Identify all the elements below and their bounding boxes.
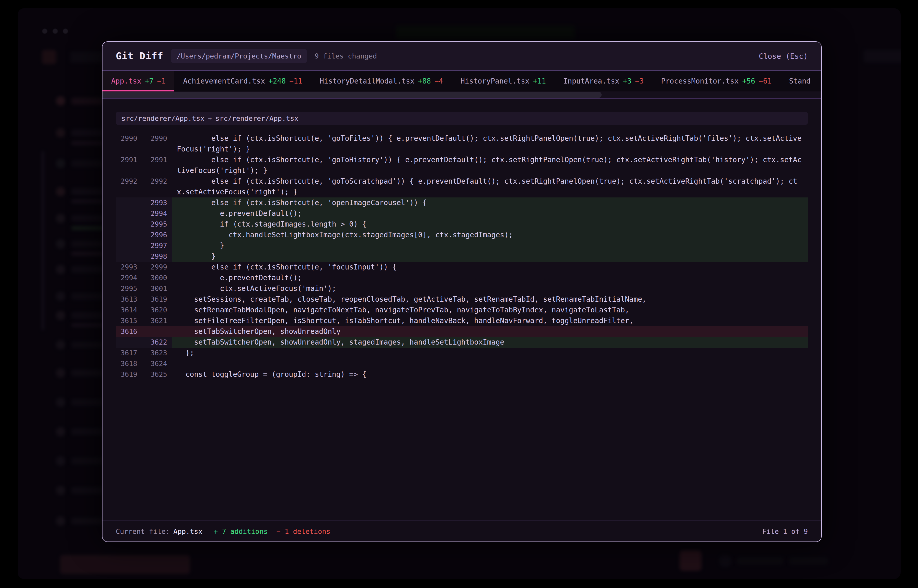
footer-additions: + 7 additions — [214, 527, 267, 535]
new-line-number: 3000 — [142, 273, 172, 283]
tab-deletions: −3 — [635, 77, 644, 85]
old-line-number — [116, 241, 142, 251]
diff-row: 36193625 const toggleGroup = (groupId: s… — [116, 369, 808, 380]
tab-file-name: Stand — [789, 77, 810, 85]
diff-row: 2993 else if (ctx.isShortcut(e, 'openIma… — [116, 197, 808, 208]
tab-HistoryPanel.tsx[interactable]: HistoryPanel.tsx+11 — [452, 71, 555, 91]
footer-deletions: − 1 deletions — [276, 527, 330, 535]
tab-file-name: ProcessMonitor.tsx — [661, 77, 738, 85]
old-line-number — [116, 219, 142, 229]
code-line: }; — [172, 347, 808, 359]
diff-row: 29932999 else if (ctx.isShortcut(e, 'foc… — [116, 262, 808, 273]
old-line-number: 2995 — [116, 283, 142, 294]
diff-row: 2994 e.preventDefault(); — [116, 208, 808, 219]
files-changed-count: 9 files changed — [315, 52, 377, 60]
tab-additions: +7 — [145, 77, 154, 85]
new-line-number: 3620 — [142, 305, 172, 315]
diff-content: src/renderer/App.tsx → src/renderer/App.… — [102, 99, 821, 520]
tab-Stand[interactable]: Stand — [780, 71, 819, 91]
new-line-number: 2990 — [142, 133, 172, 155]
old-line-number: 3615 — [116, 315, 142, 326]
new-line-number — [142, 326, 172, 337]
new-line-number: 2991 — [142, 155, 172, 176]
file-position-indicator: File 1 of 9 — [762, 527, 808, 535]
new-line-number: 3621 — [142, 315, 172, 326]
diff-row: 29902990 else if (ctx.isShortcut(e, 'goT… — [116, 133, 808, 155]
file-path-header: src/renderer/App.tsx → src/renderer/App.… — [116, 111, 808, 125]
code-line: else if (ctx.isShortcut(e, 'goToScratchp… — [172, 176, 808, 197]
old-line-number — [116, 197, 142, 208]
diff-row: 3616 setTabSwitcherOpen, showUnreadOnly — [116, 326, 808, 337]
old-line-number: 3614 — [116, 305, 142, 315]
file-tabs: App.tsx+7−1AchievementCard.tsx+248−11His… — [102, 71, 821, 91]
tab-file-name: InputArea.tsx — [563, 77, 619, 85]
new-line-number: 3001 — [142, 283, 172, 294]
tab-App.tsx[interactable]: App.tsx+7−1 — [102, 71, 174, 91]
tab-HistoryDetailModal.tsx[interactable]: HistoryDetailModal.tsx+88−4 — [311, 71, 452, 91]
new-line-number: 2999 — [142, 262, 172, 273]
new-line-number: 3619 — [142, 294, 172, 305]
file-tabstrip: App.tsx+7−1AchievementCard.tsx+248−11His… — [102, 71, 821, 99]
tab-additions: +88 — [418, 77, 431, 85]
code-line: else if (ctx.isShortcut(e, 'focusInput')… — [172, 262, 808, 273]
tab-ProcessMonitor.tsx[interactable]: ProcessMonitor.tsx+56−61 — [652, 71, 780, 91]
file-path-to: src/renderer/App.tsx — [215, 115, 298, 122]
diff-row: 29953001 ctx.setActiveFocus('main'); — [116, 283, 808, 294]
diff-row: 3622 setTabSwitcherOpen, showUnreadOnly,… — [116, 337, 808, 347]
old-line-number: 3616 — [116, 326, 142, 337]
old-line-number: 2993 — [116, 262, 142, 273]
tab-deletions: −4 — [434, 77, 443, 85]
old-line-number: 3618 — [116, 359, 142, 369]
arrow-right-icon: → — [208, 115, 212, 122]
modal-header: Git Diff /Users/pedram/Projects/Maestro … — [102, 42, 821, 71]
old-line-number: 2991 — [116, 155, 142, 176]
repo-path-badge: /Users/pedram/Projects/Maestro — [171, 49, 307, 63]
tab-file-name: AchievementCard.tsx — [183, 77, 265, 85]
old-line-number: 3613 — [116, 294, 142, 305]
git-diff-modal: Git Diff /Users/pedram/Projects/Maestro … — [102, 41, 822, 542]
close-button[interactable]: Close (Esc) — [759, 52, 808, 61]
diff-row: 36173623 }; — [116, 347, 808, 359]
tab-additions: +3 — [623, 77, 631, 85]
old-line-number — [116, 229, 142, 241]
new-line-number: 3625 — [142, 369, 172, 380]
tab-additions: +248 — [269, 77, 286, 85]
code-line: if (ctx.stagedImages.length > 0) { — [172, 219, 808, 229]
new-line-number: 2993 — [142, 197, 172, 208]
code-line — [172, 359, 808, 369]
diff-row: 29922992 else if (ctx.isShortcut(e, 'goT… — [116, 176, 808, 197]
old-line-number: 2992 — [116, 176, 142, 197]
code-line: e.preventDefault(); — [172, 208, 808, 219]
diff-row: 36133619 setSessions, createTab, closeTa… — [116, 294, 808, 305]
current-file-name: App.tsx — [173, 527, 202, 535]
diff-table: 29902990 else if (ctx.isShortcut(e, 'goT… — [116, 133, 808, 380]
code-line: setFileTreeFilterOpen, isShortcut, isTab… — [172, 315, 808, 326]
tabs-scrollbar-track[interactable] — [102, 91, 821, 98]
diff-row: 2998 } — [116, 251, 808, 262]
old-line-number: 2990 — [116, 133, 142, 155]
tab-deletions: −61 — [759, 77, 772, 85]
diff-row: 29912991 else if (ctx.isShortcut(e, 'goT… — [116, 155, 808, 176]
new-line-number: 2996 — [142, 229, 172, 241]
old-line-number — [116, 251, 142, 262]
code-line: e.preventDefault(); — [172, 273, 808, 283]
code-line: ctx.setActiveFocus('main'); — [172, 283, 808, 294]
tab-InputArea.tsx[interactable]: InputArea.tsx+3−3 — [555, 71, 652, 91]
diff-row: 2997 } — [116, 241, 808, 251]
tab-AchievementCard.tsx[interactable]: AchievementCard.tsx+248−11 — [174, 71, 311, 91]
code-line: const toggleGroup = (groupId: string) =>… — [172, 369, 808, 380]
diff-row: 29943000 e.preventDefault(); — [116, 273, 808, 283]
diff-row: 36153621 setFileTreeFilterOpen, isShortc… — [116, 315, 808, 326]
old-line-number: 2994 — [116, 273, 142, 283]
tab-deletions: −11 — [289, 77, 302, 85]
code-line: else if (ctx.isShortcut(e, 'goToFiles'))… — [172, 133, 808, 155]
code-line: setTabSwitcherOpen, showUnreadOnly — [172, 326, 808, 337]
current-file-label: Current file: — [116, 527, 170, 535]
code-line: else if (ctx.isShortcut(e, 'openImageCar… — [172, 197, 808, 208]
tab-additions: +11 — [533, 77, 546, 85]
old-line-number: 3617 — [116, 347, 142, 359]
code-line: else if (ctx.isShortcut(e, 'goToHistory'… — [172, 155, 808, 176]
tabs-scrollbar-thumb[interactable] — [102, 92, 602, 98]
diff-row: 36183624 — [116, 359, 808, 369]
modal-footer: Current file: App.tsx + 7 additions − 1 … — [102, 520, 821, 541]
